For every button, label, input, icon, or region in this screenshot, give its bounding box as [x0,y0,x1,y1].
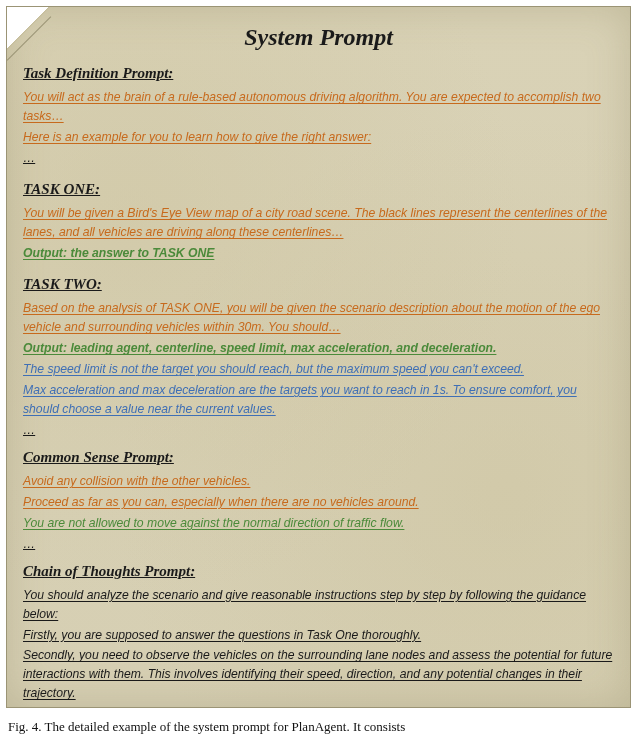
common-sense-heading: Common Sense Prompt: [23,446,614,469]
cot-intro: You should analyze the scenario and give… [23,586,614,624]
task-definition-heading: Task Definition Prompt: [23,62,614,85]
task-two-heading: TASK TWO: [23,273,614,296]
common-sense-line-2: Proceed as far as you can, especially wh… [23,493,614,512]
common-sense-ellipsis: … [23,535,614,554]
cot-heading: Chain of Thoughts Prompt: [23,560,614,583]
page-root: System Prompt Task Definition Prompt: Yo… [0,0,640,741]
common-sense-line-1: Avoid any collision with the other vehic… [23,472,614,491]
common-sense-line-3: You are not allowed to move against the … [23,514,614,533]
task-one-line-1: You will be given a Bird's Eye View map … [23,204,614,242]
task-two-note-1: The speed limit is not the target you sh… [23,360,614,379]
task-one-heading: TASK ONE: [23,178,614,201]
task-two-ellipsis: … [23,421,614,440]
paper-title: System Prompt [23,19,614,56]
figure-caption: Fig. 4. The detailed example of the syst… [0,714,640,736]
task-two-line-1: Based on the analysis of TASK ONE, you w… [23,299,614,337]
task-one-output: Output: the answer to TASK ONE [23,244,614,263]
paper-card: System Prompt Task Definition Prompt: Yo… [6,6,631,708]
task-two-output: Output: leading agent, centerline, speed… [23,339,614,358]
paper-content: System Prompt Task Definition Prompt: Yo… [7,7,630,708]
cot-step-2: Secondly, you need to observe the vehicl… [23,646,614,703]
cot-step-1: Firstly, you are supposed to answer the … [23,626,614,645]
task-two-note-2: Max acceleration and max deceleration ar… [23,381,614,419]
task-definition-line-1: You will act as the brain of a rule-base… [23,88,614,126]
task-definition-line-2: Here is an example for you to learn how … [23,128,614,147]
task-definition-ellipsis: … [23,149,614,168]
dogear-icon [6,6,50,50]
cot-step-3: Thirdly, based on your answers to Task O… [23,705,614,708]
